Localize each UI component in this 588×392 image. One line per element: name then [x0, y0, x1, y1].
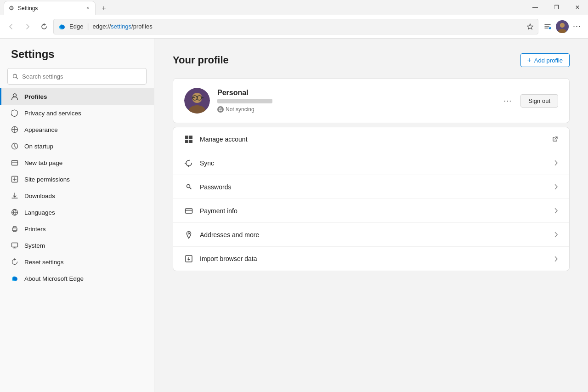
- profile-email-blur: [217, 99, 272, 103]
- svg-rect-25: [189, 140, 192, 143]
- sidebar-item-printers[interactable]: Printers: [0, 221, 154, 237]
- svg-rect-22: [185, 136, 188, 139]
- sidebar-label-appearance: Appearance: [24, 126, 58, 133]
- search-icon: [12, 74, 18, 80]
- privacy-icon: [11, 109, 19, 117]
- sidebar-item-about[interactable]: About Microsoft Edge: [0, 270, 154, 287]
- payment-arrow-icon: [554, 208, 558, 214]
- refresh-button[interactable]: [37, 19, 51, 34]
- sidebar-label-about: About Microsoft Edge: [24, 275, 84, 282]
- import-icon: [184, 254, 193, 263]
- titlebar-controls: — ❐ ✕: [525, 0, 588, 15]
- sidebar-label-downloads: Downloads: [24, 193, 55, 199]
- address-edge-label: Edge: [69, 23, 83, 30]
- sidebar-item-startup[interactable]: On startup: [0, 138, 154, 154]
- menu-item-addresses[interactable]: Addresses and more: [173, 223, 569, 247]
- sign-out-button[interactable]: Sign out: [520, 94, 558, 108]
- svg-point-5: [560, 23, 565, 28]
- add-profile-button[interactable]: + Add profile: [520, 53, 570, 67]
- svg-rect-24: [185, 140, 188, 143]
- sidebar-label-profiles: Profiles: [24, 93, 47, 100]
- passwords-icon: [184, 182, 193, 192]
- more-dots-icon: ···: [503, 96, 512, 106]
- favorites-button[interactable]: [540, 19, 555, 34]
- menu-item-manage[interactable]: Manage account: [173, 127, 569, 151]
- newtab-icon: [11, 159, 19, 167]
- startup-icon: [11, 142, 19, 150]
- sidebar-label-reset: Reset settings: [24, 259, 64, 266]
- sidebar-item-newtab[interactable]: New tab page: [0, 154, 154, 171]
- more-button[interactable]: ···: [570, 19, 584, 34]
- profile-icon[interactable]: [556, 20, 569, 33]
- titlebar-left: ⚙ Settings × +: [0, 0, 110, 15]
- settings-tab[interactable]: ⚙ Settings ×: [4, 1, 96, 15]
- system-icon: [11, 241, 19, 250]
- reset-icon: [11, 258, 19, 266]
- profile-sync-status: Not syncing: [217, 106, 493, 113]
- sidebar-title: Settings: [0, 48, 154, 68]
- favorite-icon[interactable]: [527, 23, 533, 30]
- sidebar-item-languages[interactable]: Languages: [0, 204, 154, 221]
- menu-item-payment[interactable]: Payment info: [173, 199, 569, 223]
- page-title: Your profile: [173, 54, 229, 66]
- sidebar-item-appearance[interactable]: Appearance: [0, 121, 154, 138]
- import-arrow-icon: [554, 256, 558, 262]
- sidebar-label-newtab: New tab page: [24, 159, 62, 166]
- permissions-icon: [11, 175, 19, 183]
- sidebar-item-reset[interactable]: Reset settings: [0, 254, 154, 270]
- profile-actions: ··· Sign out: [500, 93, 558, 108]
- sidebar-item-privacy[interactable]: Privacy and services: [0, 105, 154, 121]
- restore-button[interactable]: ❐: [546, 0, 567, 15]
- menu-item-passwords[interactable]: Passwords: [173, 175, 569, 199]
- addresses-icon: [184, 230, 193, 239]
- menu-item-import[interactable]: Import browser data: [173, 247, 569, 271]
- more-icon: ···: [573, 22, 581, 31]
- sidebar-item-system[interactable]: System: [0, 237, 154, 254]
- sync-icon: [184, 159, 193, 168]
- sidebar-item-permissions[interactable]: Site permissions: [0, 171, 154, 187]
- sidebar-item-downloads[interactable]: Downloads: [0, 187, 154, 204]
- svg-rect-27: [186, 209, 192, 213]
- address-url: edge://settings/profiles: [93, 23, 153, 30]
- addresses-label: Addresses and more: [200, 231, 548, 239]
- sidebar-item-profiles[interactable]: Profiles: [0, 88, 154, 105]
- svg-point-14: [16, 229, 17, 230]
- passwords-label: Passwords: [200, 183, 548, 191]
- manage-account-icon: [184, 135, 193, 144]
- forward-button[interactable]: [20, 19, 35, 34]
- profile-card: Personal Not syncing ··· Sign out: [173, 78, 570, 123]
- tab-strip: ⚙ Settings × +: [0, 0, 110, 15]
- add-icon: +: [527, 57, 531, 64]
- profile-more-button[interactable]: ···: [500, 93, 515, 108]
- main-layout: Settings Profiles Privacy and services: [0, 39, 588, 392]
- profile-avatar-small: [556, 20, 569, 33]
- toolbar-icons: ···: [540, 19, 584, 34]
- back-button[interactable]: [4, 19, 18, 34]
- close-button[interactable]: ✕: [567, 0, 588, 15]
- appearance-icon: [11, 125, 19, 134]
- svg-point-28: [188, 233, 190, 234]
- sidebar: Settings Profiles Privacy and services: [0, 39, 154, 392]
- content-area: Your profile + Add profile: [154, 39, 588, 392]
- sidebar-label-startup: On startup: [24, 143, 53, 150]
- profile-info: Personal Not syncing: [217, 89, 493, 113]
- sidebar-label-privacy: Privacy and services: [24, 110, 81, 117]
- menu-item-sync[interactable]: Sync: [173, 151, 569, 175]
- passwords-arrow-icon: [554, 184, 558, 190]
- profile-name: Personal: [217, 89, 493, 97]
- about-icon: [11, 274, 19, 283]
- addresses-arrow-icon: [554, 232, 558, 238]
- search-box[interactable]: [7, 68, 147, 85]
- sidebar-label-system: System: [24, 242, 45, 249]
- manage-account-label: Manage account: [200, 136, 546, 143]
- tab-settings-icon: ⚙: [9, 5, 14, 11]
- svg-rect-10: [12, 161, 18, 165]
- tab-close-button[interactable]: ×: [84, 5, 91, 12]
- minimize-button[interactable]: —: [525, 0, 546, 15]
- titlebar: ⚙ Settings × + — ❐ ✕: [0, 0, 588, 15]
- search-input[interactable]: [22, 73, 141, 80]
- address-box[interactable]: Edge | edge://settings/profiles: [53, 19, 538, 34]
- printers-icon: [11, 225, 19, 233]
- content-header: Your profile + Add profile: [173, 53, 570, 67]
- new-tab-button[interactable]: +: [97, 2, 110, 15]
